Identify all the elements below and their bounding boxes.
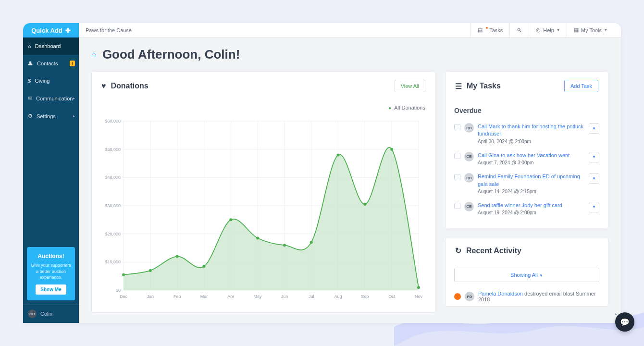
svg-text:Oct: Oct bbox=[388, 294, 396, 299]
promo-text: Give your supporters a better auction ex… bbox=[31, 262, 71, 281]
sidebar-item-giving[interactable]: $ Giving bbox=[23, 72, 79, 89]
svg-text:$10,000: $10,000 bbox=[105, 260, 121, 264]
svg-point-43 bbox=[256, 236, 259, 239]
promo-cta-button[interactable]: Show Me bbox=[36, 284, 66, 295]
legend-label: All Donations bbox=[394, 105, 425, 111]
avatar: CB bbox=[464, 152, 474, 161]
list-icon: ☰ bbox=[455, 82, 462, 91]
chevron-down-icon: ▼ bbox=[557, 28, 560, 32]
activity-title: Recent Activity bbox=[466, 247, 521, 255]
dollar-icon: $ bbox=[28, 78, 31, 84]
top-bar: Paws for the Cause ▤ Tasks 🔍︎ ◎ Help ▼ ▦… bbox=[79, 23, 621, 37]
tasks-section-heading: Overdue bbox=[454, 100, 599, 119]
topbar-mytools-label: My Tools bbox=[581, 27, 602, 33]
alert-badge: ! bbox=[70, 61, 75, 66]
topbar-help[interactable]: ◎ Help ▼ bbox=[529, 23, 567, 37]
task-menu-button[interactable]: ▼ bbox=[589, 123, 599, 134]
activity-card: ↻ Recent Activity Showing All ▼ PD bbox=[445, 238, 608, 307]
svg-text:Feb: Feb bbox=[173, 294, 181, 299]
gear-icon: ⚙ bbox=[28, 113, 33, 119]
svg-point-47 bbox=[363, 203, 366, 206]
task-date: August 14, 2024 @ 2:15pm bbox=[478, 189, 585, 194]
task-checkbox[interactable] bbox=[454, 203, 460, 209]
task-link[interactable]: Call Mark to thank him for hosting the p… bbox=[478, 123, 585, 138]
sidebar-item-contacts[interactable]: 👤︎ Contacts ! bbox=[23, 55, 79, 72]
svg-text:Dec: Dec bbox=[120, 294, 128, 299]
task-row: CB Send raffle winner Jody her gift card… bbox=[454, 198, 599, 219]
svg-point-49 bbox=[417, 286, 420, 289]
svg-point-44 bbox=[283, 244, 286, 247]
task-checkbox[interactable] bbox=[454, 174, 460, 180]
task-row: CB Call Mark to thank him for hosting th… bbox=[454, 119, 599, 148]
tasks-card: ☰ My Tasks Add Task Overdue CB Call Mark… bbox=[445, 72, 608, 228]
topbar-mytools[interactable]: ▦ My Tools ▼ bbox=[567, 23, 614, 37]
task-link[interactable]: Send raffle winner Jody her gift card bbox=[478, 202, 585, 209]
sidebar-label: Contacts bbox=[37, 61, 58, 66]
task-menu-button[interactable]: ▼ bbox=[589, 173, 599, 184]
topbar-tasks-label: Tasks bbox=[489, 27, 503, 33]
app-window: Quick Add ✚ Paws for the Cause ▤ Tasks 🔍… bbox=[23, 23, 621, 323]
svg-point-39 bbox=[149, 269, 152, 272]
page-title: Good Afternoon, Colin! bbox=[102, 47, 240, 62]
task-date: April 30, 2024 @ 2:00pm bbox=[478, 139, 585, 144]
chat-icon: 💬 bbox=[620, 318, 630, 327]
sidebar-label: Dashboard bbox=[35, 43, 61, 49]
task-row: CB Remind Family Foundation ED of upcomi… bbox=[454, 169, 599, 198]
chart-legend: ●All Donations bbox=[92, 100, 435, 113]
task-link[interactable]: Remind Family Foundation ED of upcoming … bbox=[478, 173, 585, 188]
task-checkbox[interactable] bbox=[454, 153, 460, 159]
task-date: August 7, 2024 @ 3:00pm bbox=[478, 160, 585, 165]
topbar-search[interactable]: 🔍︎ bbox=[509, 23, 529, 37]
sidebar-item-communication[interactable]: ✉ Communication ▸ bbox=[23, 89, 79, 107]
task-menu-button[interactable]: ▼ bbox=[589, 152, 599, 162]
notification-dot bbox=[486, 27, 488, 29]
chevron-right-icon: ▸ bbox=[615, 312, 617, 316]
activity-type-dot bbox=[454, 293, 461, 300]
sidebar-user[interactable]: CB Colin ▸ bbox=[23, 304, 79, 323]
task-menu-button[interactable]: ▼ bbox=[589, 202, 599, 212]
activity-filter-label: Showing All bbox=[510, 272, 538, 278]
activity-row: PD Pamela Donaldson destroyed email blas… bbox=[446, 287, 608, 306]
svg-text:Jul: Jul bbox=[309, 294, 314, 299]
donations-chart: $0$10,000$20,000$30,000$40,000$50,000$60… bbox=[101, 118, 423, 301]
quick-add-label: Quick Add bbox=[31, 27, 62, 34]
org-name: Paws for the Cause bbox=[86, 27, 132, 33]
sidebar-item-settings[interactable]: ⚙ Settings ▸ bbox=[23, 107, 79, 125]
svg-text:Jun: Jun bbox=[281, 294, 288, 299]
donations-title: Donations bbox=[111, 82, 149, 90]
svg-point-41 bbox=[202, 265, 205, 268]
sidebar-label: Giving bbox=[35, 78, 50, 84]
sidebar-label: Communication bbox=[36, 96, 73, 101]
sidebar-label: Settings bbox=[37, 113, 56, 119]
avatar: CB bbox=[464, 123, 474, 133]
task-date: August 19, 2024 @ 2:00pm bbox=[478, 210, 585, 215]
task-row: CB Call Gina to ask how her Vacation wen… bbox=[454, 148, 599, 169]
chevron-right-icon: ▸ bbox=[73, 114, 75, 118]
home-icon: ⌂ bbox=[28, 43, 31, 49]
svg-text:$20,000: $20,000 bbox=[105, 232, 121, 236]
task-checkbox[interactable] bbox=[454, 124, 460, 130]
svg-text:$0: $0 bbox=[116, 288, 121, 293]
view-all-button[interactable]: View All bbox=[395, 80, 425, 92]
svg-point-48 bbox=[390, 148, 393, 151]
quick-add-button[interactable]: Quick Add ✚ bbox=[23, 23, 79, 37]
sidebar-item-dashboard[interactable]: ⌂ Dashboard bbox=[23, 37, 79, 55]
tasks-title: My Tasks bbox=[467, 82, 501, 90]
plus-icon: ✚ bbox=[65, 27, 71, 34]
activity-filter[interactable]: Showing All ▼ bbox=[454, 268, 599, 282]
avatar: PD bbox=[465, 292, 474, 301]
promo-title: Auctions! bbox=[31, 253, 71, 260]
activity-actor[interactable]: Pamela Donaldson bbox=[478, 291, 523, 297]
chat-icon: ✉ bbox=[28, 95, 32, 101]
chevron-down-icon: ▼ bbox=[539, 273, 543, 278]
person-icon: 👤︎ bbox=[28, 61, 33, 66]
avatar: CB bbox=[464, 202, 474, 211]
svg-text:Nov: Nov bbox=[415, 294, 423, 299]
history-icon: ↻ bbox=[455, 246, 461, 255]
svg-text:Jan: Jan bbox=[147, 294, 154, 299]
chat-launcher[interactable]: 💬 bbox=[615, 312, 634, 332]
topbar-tasks[interactable]: ▤ Tasks bbox=[471, 23, 509, 37]
add-task-button[interactable]: Add Task bbox=[564, 80, 598, 92]
task-link[interactable]: Call Gina to ask how her Vacation went bbox=[478, 152, 585, 159]
svg-point-46 bbox=[337, 153, 340, 156]
